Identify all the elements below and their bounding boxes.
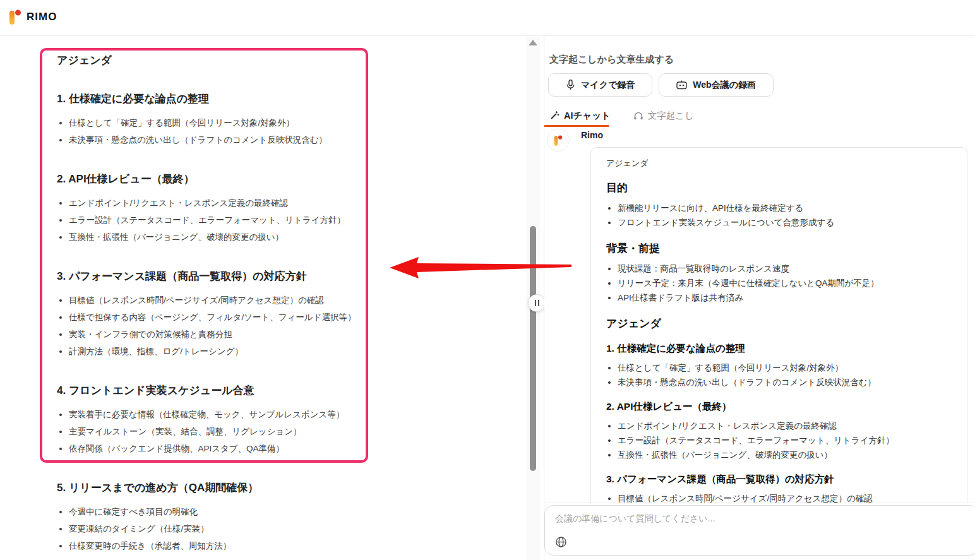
doc-bullet: 実装・インフラ側での対策候補と責務分担: [69, 326, 360, 343]
mic-record-button[interactable]: マイクで録音: [548, 73, 652, 97]
doc-bullet-list: 今週中に確定すべき項目の明確化変更凍結のタイミング（仕様/実装）仕様変更時の手続…: [57, 503, 360, 554]
doc-bullet: 互換性・拡張性（バージョニング、破壊的変更の扱い）: [69, 229, 360, 246]
pause-handle-icon: [538, 300, 539, 306]
doc-section: 2. API仕様レビュー（最終）エンドポイント/リクエスト・レスポンス定義の最終…: [57, 172, 360, 246]
chat-bullet-list: 仕様として「確定」する範囲（今回リリース対象/対象外）未決事項・懸念点の洗い出し…: [606, 360, 952, 390]
rimo-logo-icon: [554, 134, 563, 147]
chat-bullet: 新機能リリースに向け、API仕様を最終確定する: [618, 201, 952, 215]
chat-bullet-list: 新機能リリースに向け、API仕様を最終確定するフロントエンド実装スケジュールにつ…: [606, 201, 952, 230]
meeting-record-label: Web会議の録画: [693, 80, 756, 91]
chat-bullet: 未決事項・懸念点の洗い出し（ドラフトのコメント反映状況含む）: [618, 375, 952, 390]
chat-h3: 2. API仕様レビュー（最終）: [606, 400, 952, 414]
document-sections: 1. 仕様確定に必要な論点の整理仕様として「確定」する範囲（今回リリース対象/対…: [57, 92, 360, 554]
scroll-up-icon[interactable]: [529, 40, 537, 45]
chat-bullet: API仕様書ドラフト版は共有済み: [618, 290, 952, 305]
doc-section: 4. フロントエンド実装スケジュール合意実装着手に必要な情報（仕様確定物、モック…: [57, 383, 360, 457]
document-title: アジェンダ: [57, 48, 360, 68]
chat-h2: 目的: [606, 181, 952, 196]
chat-scroll-area[interactable]: Rimo アジェンダ目的新機能リリースに向け、API仕様を最終確定するフロントエ…: [544, 127, 975, 503]
record-buttons-row: マイクで録音 Web会議の録画: [548, 73, 774, 97]
pause-handle-icon: [535, 300, 536, 306]
doc-bullet: 主要マイルストーン（実装、結合、調整、リグレッション）: [69, 423, 360, 440]
doc-bullet-list: 仕様として「確定」する範囲（今回リリース対象/対象外）未決事項・懸念点の洗い出し…: [57, 114, 360, 148]
chat-small: アジェンダ: [606, 158, 952, 169]
doc-section-heading: 3. パフォーマンス課題（商品一覧取得）の対応方針: [57, 269, 360, 284]
assistant-panel: 文字起こしから文章生成する マイクで録音 Web会議の録画: [544, 36, 975, 560]
chat-bullet: フロントエンド実装スケジュールについて合意形成する: [618, 215, 952, 230]
chat-bullet-list: 目標値（レスポンス時間/ページサイズ/同時アクセス想定）の確認: [606, 491, 952, 503]
left-scrollbar-thumb[interactable]: [530, 226, 536, 471]
chat-bullet: 目標値（レスポンス時間/ページサイズ/同時アクセス想定）の確認: [618, 491, 952, 503]
doc-bullet: 目標値（レスポンス時間/ページサイズ/同時アクセス想定）の確認: [69, 292, 360, 309]
panel-tabs: AIチャット 文字起こし: [549, 105, 694, 126]
doc-bullet: 未決事項・懸念点の洗い出し（ドラフトのコメント反映状況含む）: [69, 131, 360, 148]
doc-bullet: 実装着手に必要な情報（仕様確定物、モック、サンプルレスポンス等）: [69, 406, 360, 423]
chat-h2: 背景・前提: [606, 241, 952, 256]
doc-bullet: 依存関係（バックエンド提供物、APIスタブ、QA準備）: [69, 440, 360, 457]
doc-bullet: 計測方法（環境、指標、ログ/トレーシング）: [69, 343, 360, 360]
doc-bullet-list: 目標値（レスポンス時間/ページサイズ/同時アクセス想定）の確認仕様で担保する内容…: [57, 292, 360, 360]
rimo-logo[interactable]: RIMO: [9, 8, 57, 27]
chat-bullet-list: 現状課題：商品一覧取得時のレスポンス速度リリース予定：来月末（今週中に仕様確定し…: [606, 261, 952, 305]
doc-section: 1. 仕様確定に必要な論点の整理仕様として「確定」する範囲（今回リリース対象/対…: [57, 92, 360, 148]
doc-bullet: 今週中に確定すべき項目の明確化: [69, 503, 360, 520]
doc-section-heading: 1. 仕様確定に必要な論点の整理: [57, 92, 360, 107]
chat-input[interactable]: [545, 506, 973, 532]
doc-bullet: 仕様として「確定」する範囲（今回リリース対象/対象外）: [69, 114, 360, 131]
tab-ai-chat[interactable]: AIチャット: [549, 110, 611, 122]
doc-section-heading: 5. リリースまでの進め方（QA期間確保）: [57, 480, 360, 496]
tab-ai-chat-label: AIチャット: [564, 110, 611, 122]
rimo-avatar: [547, 129, 570, 152]
doc-bullet-list: エンドポイント/リクエスト・レスポンス定義の最終確認エラー設計（ステータスコード…: [57, 194, 360, 246]
tab-transcript[interactable]: 文字起こし: [633, 110, 694, 122]
chat-h2: アジェンダ: [606, 316, 952, 331]
chat-bullet: 互換性・拡張性（バージョニング、破壊的変更の扱い）: [618, 448, 952, 462]
doc-bullet-list: 実装着手に必要な情報（仕様確定物、モック、サンプルレスポンス等）主要マイルストー…: [57, 406, 360, 457]
chat-bullet: エラー設計（ステータスコード、エラーフォーマット、リトライ方針）: [618, 433, 952, 448]
mic-icon: [566, 80, 575, 90]
chat-h3: 3. パフォーマンス課題（商品一覧取得）の対応方針: [606, 472, 952, 486]
chat-bullet: リリース予定：来月末（今週中に仕様確定しないとQA期間が不足）: [618, 276, 952, 290]
agenda-document[interactable]: アジェンダ 1. 仕様確定に必要な論点の整理仕様として「確定」する範囲（今回リリ…: [57, 48, 360, 554]
chat-bullet: 仕様として「確定」する範囲（今回リリース対象/対象外）: [618, 360, 952, 375]
doc-bullet: 仕様で担保する内容（ページング、フィルタ/ソート、フィールド選択等）: [69, 309, 360, 326]
panel-resize-handle[interactable]: [528, 294, 546, 312]
chat-bullet: エンドポイント/リクエスト・レスポンス定義の最終確認: [618, 419, 952, 433]
doc-section-heading: 2. API仕様レビュー（最終）: [57, 172, 360, 187]
globe-button[interactable]: [553, 534, 568, 549]
app-title: RIMO: [27, 11, 57, 23]
app-header: RIMO: [0, 0, 975, 36]
transcribe-icon: [633, 111, 643, 121]
tab-transcript-label: 文字起こし: [648, 110, 694, 122]
doc-bullet: エンドポイント/リクエスト・レスポンス定義の最終確認: [69, 194, 360, 211]
doc-section-heading: 4. フロントエンド実装スケジュール合意: [57, 383, 360, 398]
doc-section: 5. リリースまでの進め方（QA期間確保）今週中に確定すべき項目の明確化変更凍結…: [57, 480, 360, 554]
rimo-logo-icon: [9, 8, 21, 27]
mic-record-label: マイクで録音: [581, 80, 635, 91]
chat-h3: 1. 仕様確定に必要な論点の整理: [606, 342, 952, 355]
chat-message-bubble: アジェンダ目的新機能リリースに向け、API仕様を最終確定するフロントエンド実装ス…: [590, 147, 967, 503]
ai-wand-icon: [549, 110, 559, 121]
panel-title: 文字起こしから文章生成する: [549, 54, 674, 66]
doc-bullet: 仕様変更時の手続き（承認者、周知方法）: [69, 537, 360, 554]
doc-section: 3. パフォーマンス課題（商品一覧取得）の対応方針目標値（レスポンス時間/ページ…: [57, 269, 360, 360]
doc-bullet: 変更凍結のタイミング（仕様/実装）: [69, 520, 360, 537]
chat-bullet-list: エンドポイント/リクエスト・レスポンス定義の最終確認エラー設計（ステータスコード…: [606, 419, 952, 462]
doc-bullet: エラー設計（ステータスコード、エラーフォーマット、リトライ方針）: [69, 211, 360, 229]
chat-sender-name: Rimo: [581, 130, 603, 140]
globe-icon: [555, 536, 567, 548]
chat-input-container: [544, 505, 975, 556]
meeting-record-icon: [676, 80, 687, 90]
meeting-record-button[interactable]: Web会議の録画: [659, 73, 774, 97]
chat-bullet: 現状課題：商品一覧取得時のレスポンス速度: [618, 261, 952, 276]
